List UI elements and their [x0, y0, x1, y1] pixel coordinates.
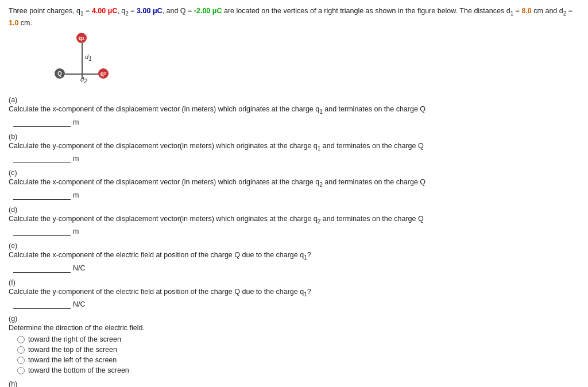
figure: q1 d1 Q d2 q2 — [55, 33, 146, 90]
part-g-radio-3[interactable] — [17, 357, 25, 364]
part-d-question: Calculate the y-component of the displac… — [9, 214, 579, 226]
part-f-question: Calculate the y-component of the electri… — [9, 287, 579, 299]
part-g-option-2[interactable]: toward the top of the screen — [17, 346, 579, 354]
q2-value: 3.00 μC — [137, 7, 162, 15]
d2-value: 1.0 — [9, 19, 18, 27]
part-g-option-1-label: toward the right of the screen — [28, 335, 121, 343]
part-h: (h) Calculate the x-component of the ele… — [9, 380, 579, 387]
part-d-unit: m — [73, 227, 79, 235]
part-d-input[interactable] — [13, 227, 71, 236]
part-c-question: Calculate the x-component of the displac… — [9, 177, 579, 189]
part-e-label: (e) — [9, 242, 579, 250]
part-g-option-1[interactable]: toward the right of the screen — [17, 335, 579, 343]
part-c: (c) Calculate the x-component of the dis… — [9, 169, 579, 200]
part-g-radio-2[interactable] — [17, 346, 25, 354]
part-f-label: (f) — [9, 278, 579, 287]
label-d1: d1 — [85, 53, 92, 62]
charge-Q-dot: Q — [55, 68, 65, 79]
part-b-answer: m — [13, 154, 579, 163]
part-g-label: (g) — [9, 315, 579, 323]
label-d2: d2 — [80, 76, 87, 84]
part-g-option-2-label: toward the top of the screen — [28, 346, 117, 354]
part-g-options: toward the right of the screen toward th… — [17, 335, 579, 374]
d1-value: 8.0 — [521, 7, 531, 15]
part-e-question: Calculate the x-component of the electri… — [9, 250, 579, 262]
part-g-option-3-label: toward the left of the screen — [28, 356, 117, 364]
part-a-label: (a) — [9, 96, 579, 104]
charge-q1-dot: q1 — [76, 33, 87, 43]
part-a-answer: m — [13, 118, 579, 127]
part-c-unit: m — [73, 191, 79, 199]
part-f-answer: N/C — [13, 300, 579, 309]
part-g-option-4-label: toward the bottom of the screen — [28, 366, 129, 374]
part-b-question: Calculate the y-component of the displac… — [9, 141, 579, 153]
part-g-radio-1[interactable] — [17, 336, 25, 343]
part-b-label: (b) — [9, 133, 579, 141]
part-a-input[interactable] — [13, 118, 71, 127]
part-d-label: (d) — [9, 206, 579, 214]
part-b-unit: m — [73, 154, 79, 162]
problem-statement: Three point charges, q1 = 4.00 μC, q2 = … — [9, 6, 579, 28]
charge-q2-dot: q2 — [98, 68, 109, 79]
part-g-radio-4[interactable] — [17, 367, 25, 374]
part-g: (g) Determine the direction of the elect… — [9, 315, 579, 374]
part-e: (e) Calculate the x-component of the ele… — [9, 242, 579, 273]
part-g-option-3[interactable]: toward the left of the screen — [17, 356, 579, 364]
part-c-input[interactable] — [13, 191, 71, 200]
part-f: (f) Calculate the y-component of the ele… — [9, 278, 579, 309]
part-e-input[interactable] — [13, 264, 71, 273]
part-b-input[interactable] — [13, 154, 71, 163]
part-a: (a) Calculate the x-component of the dis… — [9, 96, 579, 127]
part-c-answer: m — [13, 191, 579, 200]
part-a-unit: m — [73, 118, 79, 126]
Q-value: -2.00 μC — [194, 7, 222, 15]
part-g-option-4[interactable]: toward the bottom of the screen — [17, 366, 579, 374]
part-b: (b) Calculate the y-component of the dis… — [9, 133, 579, 164]
part-e-answer: N/C — [13, 264, 579, 273]
part-c-label: (c) — [9, 169, 579, 177]
part-a-question: Calculate the x-component of the displac… — [9, 104, 579, 116]
part-h-label: (h) — [9, 380, 579, 387]
part-d-answer: m — [13, 227, 579, 236]
part-d: (d) Calculate the y-component of the dis… — [9, 206, 579, 237]
q1-value: 4.00 μC — [92, 7, 117, 15]
part-g-question: Determine the direction of the electric … — [9, 323, 579, 334]
part-f-input[interactable] — [13, 300, 71, 309]
part-f-unit: N/C — [73, 300, 86, 308]
part-e-unit: N/C — [73, 264, 86, 272]
